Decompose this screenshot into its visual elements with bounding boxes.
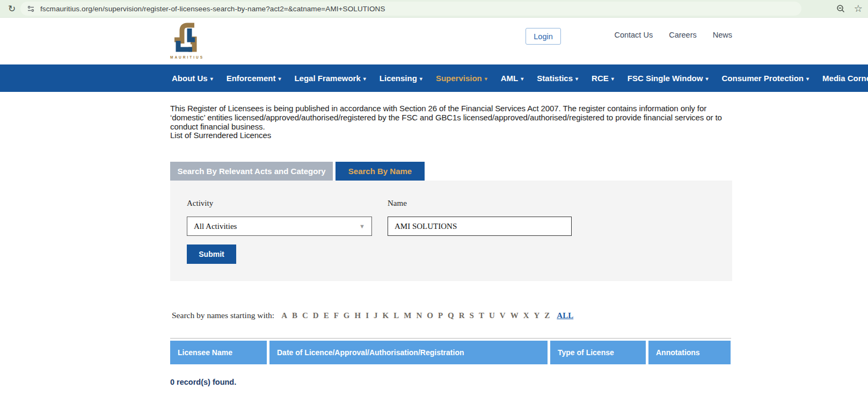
alphabet-letter-link[interactable]: E [323, 311, 330, 320]
header-link[interactable]: Careers [669, 31, 697, 39]
submit-button[interactable]: Submit [187, 244, 236, 264]
nav-item[interactable]: About Us ▾ [172, 74, 213, 83]
search-form-panel: Activity Name All Activities ▼ Submit [170, 181, 732, 281]
activity-select-value: All Activities [194, 222, 359, 231]
chevron-down-icon: ▾ [521, 76, 523, 82]
activity-select[interactable]: All Activities ▼ [187, 217, 372, 236]
alphabet-letter-link[interactable]: R [458, 311, 465, 320]
header-link[interactable]: News [713, 31, 732, 39]
name-input[interactable] [388, 217, 572, 236]
chevron-down-icon: ▾ [485, 76, 487, 82]
fsc-logo-icon [170, 22, 200, 54]
alphabet-filter: Search by names starting with: ABCDEFGHI… [170, 311, 732, 320]
alphabet-letter-link[interactable]: U [488, 311, 495, 320]
login-button[interactable]: Login [526, 28, 561, 45]
alphabet-letter-link[interactable]: V [499, 311, 506, 320]
alphabet-label: Search by names starting with: [172, 311, 274, 320]
nav-item[interactable]: Supervision ▾ [436, 74, 487, 83]
alphabet-letter-link[interactable]: W [510, 311, 519, 320]
browser-toolbar: ↻ fscmauritius.org/en/supervision/regist… [0, 0, 868, 18]
alphabet-letter-link[interactable]: M [403, 311, 412, 320]
alphabet-letter-link[interactable]: L [393, 311, 399, 320]
nav-item-label: Enforcement [227, 74, 276, 83]
alphabet-all-link[interactable]: ALL [557, 311, 573, 320]
results-table-header: Licensee NameDate of Licence/Approval/Au… [170, 341, 732, 364]
alphabet-letter-link[interactable]: O [426, 311, 434, 320]
nav-item-label: Legal Framework [294, 74, 360, 83]
alphabet-letter-link[interactable]: C [302, 311, 309, 320]
chevron-down-icon: ▾ [210, 76, 213, 82]
nav-item[interactable]: Enforcement ▾ [227, 74, 281, 83]
tab-search-by-acts-category[interactable]: Search By Relevant Acts and Category [170, 162, 333, 181]
alphabet-letter-link[interactable]: Y [534, 311, 541, 320]
chevron-down-icon: ▼ [359, 223, 365, 229]
alphabet-letter-link[interactable]: P [437, 311, 443, 320]
nav-item[interactable]: Statistics ▾ [537, 74, 578, 83]
chevron-down-icon: ▾ [806, 76, 809, 82]
chevron-down-icon: ▾ [705, 76, 708, 82]
nav-item[interactable]: Media Corner ▾ [822, 74, 868, 83]
nav-item[interactable]: Consumer Protection ▾ [721, 74, 809, 83]
chevron-down-icon: ▾ [575, 76, 578, 82]
table-header-cell: Licensee Name [170, 341, 267, 364]
search-tabs: Search By Relevant Acts and Category Sea… [170, 162, 732, 181]
page-content: This Register of Licensees is being publ… [170, 104, 732, 386]
nav-item-label: AML [501, 74, 519, 83]
alphabet-letter-link[interactable]: J [373, 311, 378, 320]
reload-icon[interactable]: ↻ [5, 2, 18, 15]
nav-item[interactable]: AML ▾ [501, 74, 524, 83]
chevron-down-icon: ▾ [363, 76, 366, 82]
nav-item[interactable]: FSC Single Window ▾ [628, 74, 709, 83]
nav-item[interactable]: Legal Framework ▾ [294, 74, 366, 83]
table-header-cell: Date of Licence/Approval/Authorisation/R… [269, 341, 548, 364]
alphabet-letter-link[interactable]: G [343, 311, 351, 320]
nav-item-label: Licensing [380, 74, 417, 83]
nav-item-label: Supervision [436, 74, 482, 83]
main-navigation: About Us ▾ Enforcement ▾ Legal Framework… [0, 64, 868, 92]
table-header-cell: Annotations [648, 341, 731, 364]
alphabet-letter-link[interactable]: N [415, 311, 422, 320]
table-header-cell: Type of License [550, 341, 646, 364]
table-top-divider [170, 338, 731, 339]
alphabet-letter-link[interactable]: K [382, 311, 390, 320]
name-label: Name [388, 199, 407, 208]
nav-item-label: RCE [592, 74, 609, 83]
surrendered-licences-link[interactable]: List of Surrendered Licences [170, 131, 271, 140]
alphabet-letter-link[interactable]: A [281, 311, 288, 320]
nav-item-label: Media Corner [822, 74, 868, 83]
chevron-down-icon: ▾ [611, 76, 614, 82]
nav-item[interactable]: RCE ▾ [592, 74, 614, 83]
logo-caption: MAURITIUS [170, 55, 208, 59]
nav-item-label: FSC Single Window [628, 74, 703, 83]
nav-item-label: About Us [172, 74, 208, 83]
nav-item[interactable]: Licensing ▾ [380, 74, 422, 83]
chevron-down-icon: ▾ [278, 76, 281, 82]
header-link[interactable]: Contact Us [614, 31, 653, 39]
record-count-text: 0 record(s) found. [170, 378, 732, 386]
bookmark-star-icon[interactable]: ☆ [854, 4, 863, 13]
alphabet-letter-link[interactable]: X [523, 311, 530, 320]
url-bar[interactable]: fscmauritius.org/en/supervision/register… [20, 2, 801, 16]
alphabet-letter-link[interactable]: S [469, 311, 475, 320]
chevron-down-icon: ▾ [420, 76, 422, 82]
alphabet-letter-link[interactable]: D [312, 311, 319, 320]
tab-search-by-name[interactable]: Search By Name [335, 162, 425, 181]
activity-label: Activity [187, 199, 213, 208]
alphabet-letter-link[interactable]: Z [544, 311, 550, 320]
fsc-logo[interactable]: MAURITIUS [170, 22, 208, 59]
register-intro: This Register of Licensees is being publ… [170, 104, 732, 140]
zoom-out-icon[interactable] [836, 4, 845, 13]
nav-item-label: Statistics [537, 74, 573, 83]
alphabet-letter-link[interactable]: B [291, 311, 298, 320]
intro-paragraph: This Register of Licensees is being publ… [170, 104, 722, 131]
site-header: MAURITIUS Contact UsCareersNews Login [0, 18, 868, 64]
header-links: Contact UsCareersNews [614, 31, 732, 39]
alphabet-letter-link[interactable]: F [333, 311, 339, 320]
alphabet-letter-link[interactable]: I [365, 311, 369, 320]
site-info-icon[interactable] [27, 5, 35, 13]
alphabet-letter-link[interactable]: T [478, 311, 485, 320]
alphabet-letter-link[interactable]: Q [447, 311, 455, 320]
alphabet-letter-link[interactable]: H [354, 311, 362, 320]
url-text[interactable]: fscmauritius.org/en/supervision/register… [40, 5, 385, 13]
nav-item-label: Consumer Protection [721, 74, 804, 83]
